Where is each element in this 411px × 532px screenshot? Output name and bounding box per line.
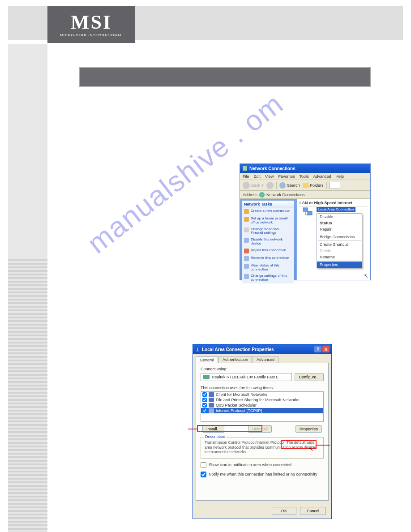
ctx-status[interactable]: Status — [317, 220, 362, 226]
ctx-shortcut[interactable]: Create Shortcut — [317, 241, 362, 248]
menu-advanced[interactable]: Advanced — [313, 174, 331, 179]
search-label: Search — [287, 183, 300, 188]
callout-line — [317, 445, 330, 446]
menu-view[interactable]: View — [265, 174, 274, 179]
nc-titlebar[interactable]: Network Connections — [240, 164, 370, 173]
search-button[interactable]: Search — [279, 182, 300, 189]
nc-addressbar: Address Network Connections — [240, 191, 370, 199]
task-label: Change settings of this connection — [251, 274, 292, 282]
shield-icon — [244, 227, 249, 232]
description-legend: Description — [204, 434, 227, 439]
back-button[interactable]: Back ▾ — [243, 182, 264, 189]
lan-connection-label[interactable]: Local Area Connection — [317, 207, 355, 212]
item-client[interactable]: Client for Microsoft Networks — [201, 392, 323, 397]
task-rename[interactable]: Rename this connection — [242, 255, 294, 262]
items-listbox[interactable]: Client for Microsoft Networks File and P… — [201, 391, 324, 422]
notify-checkbox[interactable] — [201, 472, 206, 477]
views-button[interactable] — [330, 182, 340, 189]
ctx-separator — [318, 261, 361, 261]
logo-text: MSI — [71, 13, 112, 32]
folders-button[interactable]: Folders — [303, 183, 324, 188]
configure-button[interactable]: Configure... — [295, 373, 324, 381]
adapter-field[interactable]: Realtek RTL8139/810x Family Fast E — [201, 373, 292, 381]
task-setup-network[interactable]: Set up a home or small office network — [242, 215, 294, 226]
globe-icon — [259, 192, 265, 197]
item-checkbox[interactable] — [202, 403, 207, 408]
tab-authentication[interactable]: Authentication — [218, 356, 252, 363]
left-sidebar — [8, 44, 47, 523]
item-label: File and Printer Sharing for Microsoft N… — [216, 398, 300, 402]
ctx-repair[interactable]: Repair — [317, 226, 362, 232]
notify-label: Notify me when this connection has limit… — [209, 472, 317, 476]
task-label: View status of this connection — [251, 264, 292, 272]
forward-button[interactable] — [266, 182, 274, 189]
task-view-status[interactable]: View status of this connection — [242, 262, 294, 273]
msi-logo: MSI MICRO-STAR INTERNATIONAL — [47, 6, 135, 43]
menu-edit[interactable]: Edit — [254, 174, 261, 179]
ctx-bridge[interactable]: Bridge Connections — [317, 234, 362, 240]
item-checkbox[interactable] — [202, 408, 207, 413]
tab-general[interactable]: General — [196, 356, 218, 363]
lacp-titlebar[interactable]: ⊥ Local Area Connection Properties ? ✕ — [193, 344, 331, 354]
back-label: Back — [251, 183, 260, 188]
lacp-tabs: General Authentication Advanced — [193, 354, 331, 363]
general-panel: Connect using: Realtek RTL8139/810x Fami… — [196, 363, 329, 501]
properties-button[interactable]: Properties — [295, 425, 322, 433]
chapter-heading-box — [79, 67, 371, 87]
nc-task-pane: Network Tasks Create a new connection Se… — [240, 199, 296, 280]
item-label: Internet Protocol (TCP/IP) — [216, 408, 262, 413]
logo-subtext: MICRO-STAR INTERNATIONAL — [60, 33, 123, 37]
item-checkbox[interactable] — [202, 392, 207, 397]
dropdown-icon: ▾ — [261, 183, 264, 188]
main-content — [79, 67, 371, 105]
tab-advanced[interactable]: Advanced — [253, 356, 278, 363]
connection-group-label: LAN or High-Speed Internet — [300, 201, 368, 206]
nc-main-pane: LAN or High-Speed Internet Local Area Co… — [296, 199, 370, 280]
item-qos[interactable]: QoS Packet Scheduler — [201, 403, 323, 408]
context-menu: Disable Status Repair Bridge Connections… — [317, 213, 362, 268]
network-connections-window: Network Connections File Edit View Favor… — [240, 163, 371, 280]
task-label: Set up a home or small office network — [251, 217, 292, 225]
ok-button[interactable]: OK — [272, 507, 296, 515]
folder-icon — [303, 183, 309, 188]
help-button[interactable]: ? — [314, 346, 321, 352]
toolbar-separator — [276, 182, 277, 189]
menu-favorites[interactable]: Favorites — [278, 174, 295, 179]
task-change-settings[interactable]: Change settings of this connection — [242, 273, 294, 283]
task-label: Change Windows Firewall settings — [251, 227, 292, 236]
service-icon — [209, 403, 214, 408]
task-disable-device[interactable]: Disable this network device — [242, 236, 294, 247]
sidebar-stripes — [8, 259, 47, 532]
ctx-disable[interactable]: Disable — [317, 214, 362, 220]
menu-file[interactable]: File — [243, 174, 249, 179]
address-value: Network Connections — [266, 193, 305, 197]
back-icon — [243, 182, 250, 189]
network-icon — [243, 166, 247, 171]
item-label: QoS Packet Scheduler — [216, 403, 257, 408]
uses-items-label: This connection uses the following items… — [201, 386, 324, 390]
ctx-properties[interactable]: Properties — [317, 262, 362, 268]
task-pane-header[interactable]: Network Tasks — [242, 201, 294, 208]
task-label: Rename this connection — [251, 256, 289, 260]
menu-tools[interactable]: Tools — [299, 174, 308, 179]
rename-icon — [244, 256, 249, 261]
cursor-icon: ↖ — [309, 446, 313, 452]
show-icon-checkbox[interactable] — [201, 462, 206, 468]
task-firewall[interactable]: Change Windows Firewall settings — [242, 226, 294, 237]
connect-using-label: Connect using: — [201, 367, 324, 371]
close-button[interactable]: ✕ — [322, 346, 330, 352]
cancel-button[interactable]: Cancel — [300, 507, 326, 515]
item-tcpip[interactable]: Internet Protocol (TCP/IP) — [201, 408, 323, 413]
ctx-rename[interactable]: Rename — [317, 254, 362, 260]
wizard-icon — [244, 209, 249, 214]
lan-connection-icon[interactable] — [302, 207, 314, 218]
task-repair[interactable]: Repair this connection — [242, 247, 294, 255]
item-checkbox[interactable] — [202, 398, 207, 402]
service-icon — [209, 398, 214, 402]
item-fileprintshare[interactable]: File and Printer Sharing for Microsoft N… — [201, 397, 323, 403]
task-create-connection[interactable]: Create a new connection — [242, 208, 294, 215]
menu-help[interactable]: Help — [335, 174, 344, 179]
adapter-name: Realtek RTL8139/810x Family Fast E — [212, 375, 278, 379]
cursor-icon: ↖ — [364, 273, 368, 279]
task-label: Create a new connection — [251, 209, 291, 213]
